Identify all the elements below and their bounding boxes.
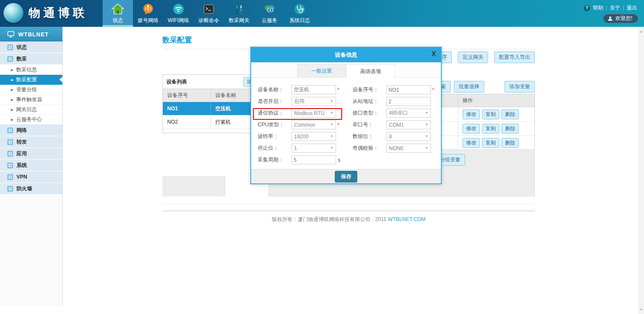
config-import-export-button[interactable]: 配置导入导出	[494, 51, 535, 63]
cpu-type-select[interactable]: Common▼	[291, 120, 336, 129]
sidebar-item-da-config[interactable]: ▶数采配置	[0, 75, 62, 85]
sidebar-item-firewall[interactable]: 防火墙	[0, 183, 62, 195]
save-button[interactable]: 保存	[335, 171, 357, 183]
enabled-select[interactable]: 启用▼	[291, 97, 336, 106]
separator	[606, 6, 607, 10]
device-list-title: 设备列表	[166, 78, 187, 86]
sidebar-item-variable-group[interactable]: ▶变量分组	[0, 85, 62, 95]
copy-button[interactable]: 复制	[482, 138, 499, 148]
sidebar-item-application[interactable]: 应用	[0, 148, 62, 160]
nav-item-status[interactable]: 状态	[103, 0, 133, 27]
required-marker: *	[337, 87, 340, 93]
delete-button[interactable]: 删除	[502, 124, 519, 134]
tab-advanced-options[interactable]: 高级选项	[346, 64, 395, 78]
table-row[interactable]: NO1 空压机	[163, 102, 264, 115]
table-row[interactable]: NO2 拧紧机	[163, 115, 264, 129]
edit-button[interactable]: 修改	[463, 124, 480, 134]
com-port-label: 串口号：	[353, 121, 386, 128]
chevron-down-icon: ▼	[425, 147, 428, 150]
grid-icon	[7, 139, 13, 145]
device-no-field[interactable]	[386, 85, 431, 94]
edit-button[interactable]: 修改	[463, 138, 480, 148]
sidebar: WTBLNET 状态 数采 ▶数采信息 ▶数采配置 ▶变量分组 ▶事件触发器 ▶…	[0, 27, 63, 306]
chevron-down-icon: ▼	[330, 135, 333, 138]
sidebar-item-network[interactable]: 网络	[0, 125, 62, 136]
nav-item-cloud-service[interactable]: 云服务	[254, 0, 285, 27]
sidebar-header: WTBLNET	[0, 27, 62, 42]
wifi-icon	[172, 3, 185, 16]
wtblnet-link[interactable]: WTBLNET.COM	[388, 216, 425, 222]
interface-type-select[interactable]: 485串口▼	[386, 109, 431, 118]
copy-button[interactable]: 复制	[482, 109, 499, 119]
nav-label: 数采网关	[229, 17, 249, 24]
scroll-up-icon[interactable]: ▲	[638, 29, 644, 34]
sidebar-item-cloud-center[interactable]: ▶云服务中心	[0, 115, 62, 125]
device-info-modal: 设备信息 X 一般设置 高级选项 设备名称： * 设备序号： * 是否开启： 启…	[250, 47, 442, 184]
sidebar-item-status[interactable]: 状态	[0, 42, 62, 53]
baud-rate-select[interactable]: 19200▼	[291, 132, 336, 141]
about-link[interactable]: 关于	[610, 4, 620, 12]
com-port-select[interactable]: COM1▼	[386, 120, 431, 129]
system-log-icon	[293, 3, 306, 16]
nav-item-system-log[interactable]: 系统日志	[285, 0, 315, 27]
sidebar-item-label: VPN	[16, 174, 27, 180]
sidebar-item-system[interactable]: 系统	[0, 160, 62, 171]
sidebar-title: WTBLNET	[18, 31, 49, 38]
copy-button[interactable]: 复制	[482, 124, 499, 134]
nav-item-diagnostic-command[interactable]: 诊断命令	[194, 0, 224, 27]
delete-button[interactable]: 删除	[502, 109, 519, 119]
period-unit: s	[338, 157, 340, 163]
nav-item-data-gateway[interactable]: 数采网关	[224, 0, 254, 27]
device-name-field[interactable]	[291, 85, 336, 94]
sidebar-item-label: 数采信息	[16, 66, 37, 74]
vertical-scrollbar[interactable]: ▲ ▼	[638, 27, 644, 314]
select-value: 8	[389, 134, 392, 140]
select-value: 485串口	[389, 109, 408, 117]
parity-select[interactable]: NONE▼	[386, 144, 431, 153]
modal-header: 设备信息 X	[251, 48, 441, 62]
device-panel-footer	[162, 176, 225, 196]
baud-rate-label: 波特率：	[258, 133, 291, 140]
edit-button[interactable]: 修改	[463, 109, 480, 119]
row-actions: 修改 复制 删除	[458, 107, 534, 121]
logout-link[interactable]: 退出	[627, 4, 637, 12]
nav-item-wifi-network[interactable]: WIFI网络	[163, 0, 194, 27]
gateway-icon	[233, 3, 246, 16]
sidebar-item-label: 变量分组	[16, 86, 37, 93]
add-variable-button[interactable]: 添加变量	[505, 81, 535, 93]
sidebar-item-gateway-log[interactable]: ▶网关日志	[0, 105, 62, 115]
scroll-down-icon[interactable]: ▼	[638, 307, 644, 312]
sidebar-item-label: 转发	[16, 138, 27, 146]
chevron-down-icon: ▼	[330, 100, 333, 103]
welcome-badge[interactable]: 欢迎您!	[603, 14, 638, 23]
protocol-select[interactable]: Modbus RTU▼	[291, 109, 336, 118]
stop-bits-select[interactable]: 1▼	[291, 144, 336, 153]
required-marker: *	[337, 122, 340, 128]
sidebar-item-vpn[interactable]: VPN	[0, 171, 62, 183]
select-value: NONE	[389, 145, 404, 151]
define-gateway-button[interactable]: 定义网关	[458, 51, 488, 63]
nav-label: 诊断命令	[198, 17, 219, 24]
close-icon[interactable]: X	[431, 51, 436, 58]
help-link[interactable]: 帮助	[593, 4, 603, 12]
collect-period-field[interactable]	[291, 155, 336, 164]
grid-icon	[7, 151, 13, 157]
modal-tabs: 一般设置 高级选项	[251, 62, 441, 78]
sidebar-item-forwarding[interactable]: 转发	[0, 136, 62, 148]
delete-button[interactable]: 删除	[502, 138, 519, 148]
sidebar-item-da-info[interactable]: ▶数采信息	[0, 65, 62, 75]
sidebar-item-label: 数采	[16, 55, 27, 63]
sidebar-item-event-trigger[interactable]: ▶事件触发器	[0, 95, 62, 105]
slave-address-field[interactable]	[386, 97, 431, 106]
chevron-down-icon: ▼	[425, 112, 428, 115]
sidebar-item-data-acquisition[interactable]: 数采	[0, 53, 62, 65]
tab-general-settings[interactable]: 一般设置	[297, 64, 346, 77]
monitor-icon	[7, 31, 14, 38]
nav-item-dial-network[interactable]: 拨号网络	[133, 0, 163, 27]
sidebar-item-label: 应用	[16, 150, 27, 157]
data-bits-select[interactable]: 8▼	[386, 132, 431, 141]
dial-network-icon	[142, 3, 155, 16]
triangle-icon: ▶	[11, 68, 13, 71]
row-actions: 修改 复制 删除	[458, 136, 534, 150]
batch-select-button[interactable]: 批量选择	[454, 81, 484, 93]
